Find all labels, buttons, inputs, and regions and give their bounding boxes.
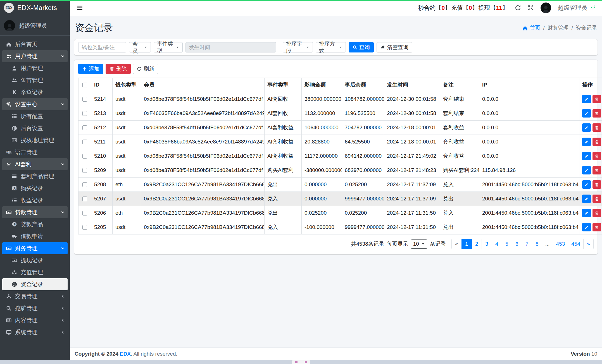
delete-button[interactable]: 删除 <box>106 64 131 74</box>
delete-row-button[interactable] <box>593 138 601 146</box>
row-checkbox[interactable] <box>82 225 87 230</box>
alert-stats[interactable]: 秒合约【0】充值【0】提现【11】 <box>418 4 508 12</box>
select-all-checkbox[interactable] <box>82 83 87 87</box>
per-page-label: 每页显示 <box>387 240 408 248</box>
sidebar-item-内容管理[interactable]: 内容管理 <box>2 314 68 326</box>
edit-row-button[interactable] <box>582 223 591 231</box>
sidebar-item-AI套利[interactable]: AI套利 <box>2 158 68 170</box>
cell-id: 5207 <box>91 192 113 206</box>
topbar-username[interactable]: 超级管理员 <box>558 4 587 12</box>
search-button[interactable]: 查询 <box>349 42 374 52</box>
refresh-button[interactable]: 刷新 <box>133 64 158 74</box>
delete-row-button[interactable] <box>593 180 601 189</box>
sidebar-item-资金记录[interactable]: 资金记录 <box>2 278 68 290</box>
page-button-454[interactable]: 454 <box>568 239 584 249</box>
page-button-8[interactable]: 8 <box>532 239 542 249</box>
sidebar-item-用户管理[interactable]: 用户管理 <box>2 62 68 74</box>
delete-row-button[interactable] <box>593 209 601 217</box>
alert-stat-秒合约[interactable]: 秒合约【0】 <box>418 4 451 12</box>
sidebar-item-系统管理[interactable]: 系统管理 <box>2 326 68 338</box>
page-button-»[interactable]: » <box>583 239 594 249</box>
sidebar-item-挖矿管理[interactable]: 挖矿管理 <box>2 302 68 314</box>
page-button-2[interactable]: 2 <box>472 239 482 249</box>
delete-row-button[interactable] <box>593 152 601 160</box>
edit-row-button[interactable] <box>582 195 591 203</box>
alert-stat-提现[interactable]: 提现【11】 <box>479 4 508 12</box>
page-button-5[interactable]: 5 <box>502 239 512 249</box>
row-checkbox[interactable] <box>82 97 87 102</box>
page-button-4[interactable]: 4 <box>492 239 502 249</box>
row-checkbox[interactable] <box>82 111 87 116</box>
refresh-icon[interactable] <box>515 5 521 11</box>
sort-order-select[interactable]: 排序方式 <box>316 42 346 52</box>
sort-field-select[interactable]: 排序字段 <box>283 42 313 52</box>
delete-row-button[interactable] <box>593 195 601 203</box>
edit-row-button[interactable] <box>582 138 591 146</box>
sidebar-item-鱼苗管理[interactable]: 鱼苗管理 <box>2 74 68 86</box>
sidebar-item-财务管理[interactable]: 财务管理 <box>2 242 68 254</box>
wallet-type-input[interactable] <box>78 42 126 52</box>
fullscreen-icon[interactable] <box>528 5 534 11</box>
sidebar-item-用户管理[interactable]: 用户管理 <box>2 50 68 62</box>
edit-row-button[interactable] <box>582 109 591 118</box>
row-checkbox[interactable] <box>82 154 87 159</box>
sidebar-item-贷款管理[interactable]: 贷款管理 <box>2 206 68 218</box>
edit-row-button[interactable] <box>582 95 591 103</box>
sidebar-item-后台首页[interactable]: 后台首页 <box>2 38 68 50</box>
sidebar-item-语言管理[interactable]: A语言管理 <box>2 146 68 158</box>
row-checkbox[interactable] <box>82 140 87 144</box>
page-button-6[interactable]: 6 <box>512 239 522 249</box>
sidebar-item-授权地址管理[interactable]: 授权地址管理 <box>2 134 68 146</box>
member-select[interactable]: 会员 <box>129 42 151 52</box>
sidebar-item-套利产品管理[interactable]: 套利产品管理 <box>2 170 68 182</box>
page-button-3[interactable]: 3 <box>482 239 492 249</box>
footer-brand-link[interactable]: EDX <box>120 351 131 357</box>
edit-row-button[interactable] <box>582 166 591 174</box>
sidebar-item-后台设置[interactable]: 后台设置 <box>2 122 68 134</box>
edit-row-button[interactable] <box>582 180 591 189</box>
chevron-down-icon <box>61 162 65 166</box>
edit-row-button[interactable] <box>582 152 591 160</box>
delete-row-button[interactable] <box>593 123 601 132</box>
sidebar-item-label: 贷款管理 <box>15 209 61 216</box>
sidebar-item-提现记录[interactable]: 提现记录 <box>2 254 68 266</box>
delete-row-button[interactable] <box>593 166 601 174</box>
user-avatar[interactable] <box>4 20 15 31</box>
clear-search-button[interactable]: 清空查询 <box>377 42 412 52</box>
user-panel-name[interactable]: 超级管理员 <box>19 22 47 30</box>
alert-stat-充值[interactable]: 充值【0】 <box>451 4 478 12</box>
sidebar-item-贷款产品[interactable]: P贷款产品 <box>2 218 68 230</box>
sidebar-item-借款申请[interactable]: 借款申请 <box>2 230 68 242</box>
add-button[interactable]: 添加 <box>78 64 103 74</box>
row-checkbox[interactable] <box>82 168 87 173</box>
cell-id: 5209 <box>91 163 113 178</box>
sidebar-item-设置中心[interactable]: 设置中心 <box>2 98 68 110</box>
delete-row-button[interactable] <box>593 109 601 118</box>
cell-event-type: AI套回收 <box>265 106 302 121</box>
brand[interactable]: EDX EDX-Markets <box>0 0 70 16</box>
breadcrumb-home-link[interactable]: 首页 <box>522 24 540 32</box>
sidebar-item-所有配置[interactable]: 所有配置 <box>2 110 68 122</box>
event-type-select[interactable]: 事件类型 <box>154 42 183 52</box>
bars-icon <box>12 174 21 179</box>
menu-toggle-icon[interactable] <box>77 4 83 11</box>
row-checkbox[interactable] <box>82 197 87 201</box>
sidebar-item-充值管理[interactable]: 充值管理 <box>2 266 68 278</box>
page-button-453[interactable]: 453 <box>553 239 568 249</box>
sidebar-item-购买记录[interactable]: A购买记录 <box>2 182 68 194</box>
row-checkbox[interactable] <box>82 211 87 215</box>
per-page-select[interactable]: 10 <box>411 240 427 249</box>
page-button-7[interactable]: 7 <box>522 239 532 249</box>
topbar-avatar[interactable] <box>541 3 551 13</box>
sidebar-item-杀鱼记录[interactable]: 杀鱼记录 <box>2 86 68 98</box>
delete-row-button[interactable] <box>593 95 601 103</box>
row-checkbox[interactable] <box>82 125 87 130</box>
row-checkbox[interactable] <box>82 182 87 187</box>
page-button-1[interactable]: 1 <box>461 239 472 249</box>
edit-row-button[interactable] <box>582 123 591 132</box>
occur-time-input[interactable] <box>185 42 276 52</box>
edit-row-button[interactable] <box>582 209 591 217</box>
sidebar-item-交易管理[interactable]: 交易管理 <box>2 290 68 302</box>
delete-row-button[interactable] <box>593 223 601 231</box>
sidebar-item-收益记录[interactable]: 收益记录 <box>2 194 68 206</box>
